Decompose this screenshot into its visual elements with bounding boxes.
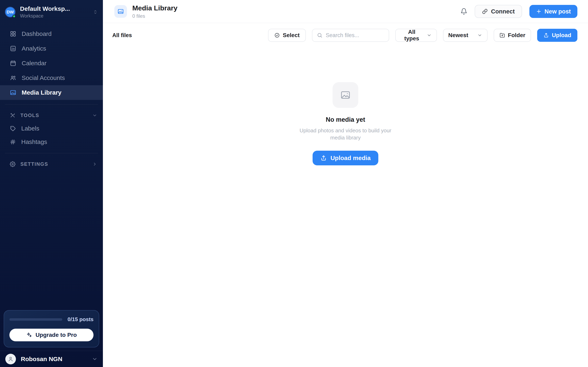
workspace-type-label: Workspace	[20, 13, 70, 19]
empty-state-description: Upload photos and videos to build your m…	[297, 127, 393, 141]
new-post-button-label: New post	[545, 8, 571, 15]
new-folder-button[interactable]: Folder	[494, 29, 531, 42]
search-input[interactable]	[326, 32, 384, 39]
search-icon	[317, 33, 323, 38]
sparkles-icon	[26, 332, 32, 338]
sidebar-spacer	[0, 170, 103, 310]
empty-media-image-icon	[333, 82, 358, 108]
unfold-icon	[93, 9, 98, 15]
usage-card: 0/15 posts Upgrade to Pro	[4, 310, 99, 347]
page-title-block: Media Library 0 files	[132, 4, 177, 19]
sidebar-item-labels[interactable]: Labels	[0, 122, 103, 135]
sort-dropdown[interactable]: Newest	[443, 29, 488, 42]
workspace-meta: Default Worksp... Workspace	[20, 5, 70, 19]
sidebar-item-label: Calendar	[22, 60, 47, 67]
sidebar-nav: Dashboard Analytics Calendar Social Acco…	[0, 26, 103, 100]
workspace-avatar: DW	[5, 7, 16, 17]
check-circle-icon	[274, 33, 280, 38]
posts-usage-count: 0/15 posts	[68, 316, 94, 323]
page-title: Media Library	[132, 4, 177, 12]
connect-button-label: Connect	[491, 8, 515, 15]
sidebar-divider	[5, 104, 98, 105]
user-name: Robosan NGN	[21, 356, 62, 363]
tools-icon	[10, 113, 16, 118]
upload-icon	[543, 33, 549, 38]
sidebar-section-tools[interactable]: TOOLS	[0, 109, 103, 122]
chevron-down-icon	[92, 113, 97, 118]
upload-media-button-label: Upload media	[330, 155, 371, 161]
folder-plus-icon	[499, 33, 505, 38]
main-content: Media Library 0 files Connect Ne	[103, 0, 588, 367]
header-actions: Connect New post	[460, 5, 577, 18]
upload-media-button[interactable]: Upload media	[312, 151, 379, 165]
toolbar-controls: Select All types Newest	[268, 29, 577, 42]
workspace-name: Default Worksp...	[20, 5, 70, 12]
dashboard-grid-icon	[10, 31, 16, 37]
type-filter-value: All types	[401, 29, 423, 42]
gear-icon	[10, 161, 16, 167]
social-accounts-icon	[10, 75, 16, 81]
new-post-button[interactable]: New post	[529, 5, 577, 18]
connect-button[interactable]: Connect	[475, 5, 522, 18]
sort-value: Newest	[448, 32, 468, 39]
sidebar-item-label: Social Accounts	[22, 75, 65, 81]
tag-icon	[10, 125, 16, 132]
section-label: SETTINGS	[20, 161, 48, 167]
analytics-chart-icon	[10, 45, 16, 52]
sidebar-item-hashtags[interactable]: Hashtags	[0, 135, 103, 149]
chevron-right-icon	[92, 162, 97, 167]
sidebar-item-label: Analytics	[22, 45, 46, 52]
workspace-switcher[interactable]: DW Default Worksp... Workspace	[0, 0, 103, 23]
chevron-down-icon	[427, 33, 432, 38]
empty-state-title: No media yet	[326, 116, 365, 123]
sidebar-divider	[5, 153, 98, 153]
section-label: TOOLS	[20, 113, 39, 118]
sidebar-item-media-library[interactable]: Media Library	[0, 85, 103, 100]
sidebar-item-dashboard[interactable]: Dashboard	[0, 26, 103, 41]
sidebar: DW Default Worksp... Workspace Dashboard	[0, 0, 103, 367]
select-button-label: Select	[283, 32, 300, 39]
user-icon	[8, 356, 14, 362]
calendar-icon	[10, 60, 16, 67]
user-menu[interactable]: Robosan NGN	[0, 351, 103, 367]
sidebar-item-social-accounts[interactable]: Social Accounts	[0, 71, 103, 85]
page-header-icon	[114, 5, 127, 18]
sidebar-section-settings[interactable]: SETTINGS	[0, 158, 103, 170]
usage-progress-row: 0/15 posts	[9, 316, 94, 323]
chevron-down-icon	[92, 356, 98, 362]
media-toolbar: All files Select All types	[103, 23, 588, 42]
app-root: DW Default Worksp... Workspace Dashboard	[0, 0, 588, 367]
sidebar-item-label: Labels	[21, 125, 39, 132]
upgrade-to-pro-button[interactable]: Upgrade to Pro	[9, 329, 94, 341]
page-header: Media Library 0 files Connect Ne	[103, 0, 588, 23]
select-button[interactable]: Select	[268, 29, 306, 42]
workspace-avatar-initials: DW	[7, 9, 14, 15]
media-image-icon	[117, 8, 124, 15]
notifications-bell-icon[interactable]	[460, 8, 467, 15]
posts-progress-bar	[9, 318, 62, 321]
plus-icon	[536, 8, 542, 14]
sidebar-item-analytics[interactable]: Analytics	[0, 41, 103, 56]
search-box[interactable]	[312, 29, 389, 42]
upload-button-label: Upload	[552, 32, 571, 39]
upload-button[interactable]: Upload	[537, 29, 577, 42]
upgrade-button-label: Upgrade to Pro	[35, 332, 77, 338]
media-image-icon	[10, 89, 16, 96]
sidebar-item-label: Dashboard	[22, 30, 52, 37]
sidebar-item-label: Media Library	[22, 89, 61, 96]
chevron-down-icon	[477, 33, 482, 38]
type-filter-dropdown[interactable]: All types	[395, 29, 437, 42]
empty-state: No media yet Upload photos and videos to…	[103, 42, 588, 367]
upload-icon	[320, 155, 327, 161]
sidebar-item-label: Hashtags	[21, 138, 47, 145]
folder-button-label: Folder	[508, 32, 526, 39]
hash-icon	[10, 139, 16, 145]
sidebar-item-calendar[interactable]: Calendar	[0, 56, 103, 71]
link-icon	[482, 8, 488, 14]
user-avatar	[5, 354, 16, 364]
files-filter-label: All files	[112, 32, 132, 39]
online-status-dot	[12, 15, 16, 18]
file-count: 0 files	[132, 13, 177, 19]
